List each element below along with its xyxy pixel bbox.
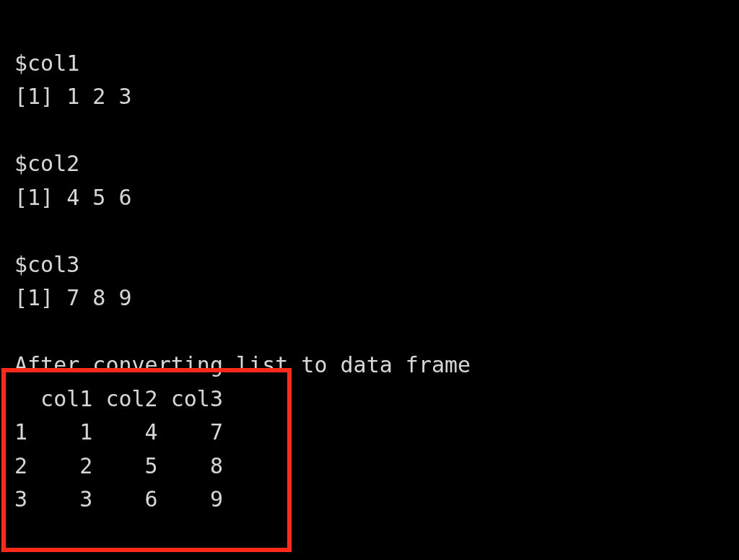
conversion-message: After converting list to data frame <box>14 352 471 377</box>
list-name-col3: $col3 <box>14 252 79 277</box>
dataframe-header: col1 col2 col3 <box>14 386 223 411</box>
dataframe-row-3: 3 3 6 9 <box>14 486 223 512</box>
dataframe-row-2: 2 2 5 8 <box>14 453 223 478</box>
list-name-col2: $col2 <box>14 151 79 176</box>
list-name-col1: $col1 <box>14 51 79 76</box>
list-values-col1: [1] 1 2 3 <box>14 84 132 109</box>
list-values-col2: [1] 4 5 6 <box>14 185 132 210</box>
r-console-output: $col1 [1] 1 2 3 $col2 [1] 4 5 6 $col3 [1… <box>0 0 739 560</box>
dataframe-row-1: 1 1 4 7 <box>14 419 223 445</box>
list-values-col3: [1] 7 8 9 <box>14 285 132 310</box>
